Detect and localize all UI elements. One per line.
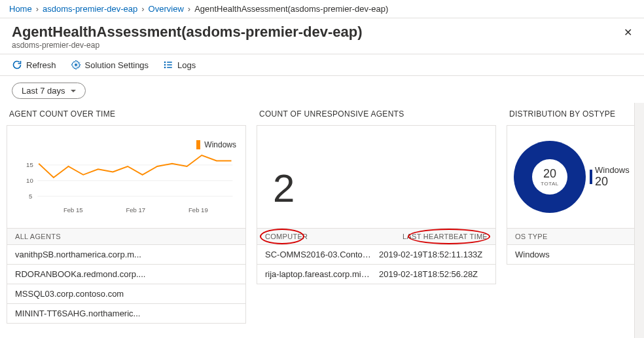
svg-rect-5 [167,64,172,66]
gear-icon [71,60,81,70]
unresponsive-count-value: 2 [264,132,489,208]
command-bar: Refresh Solution Settings Logs [0,54,644,76]
agent-name: MININT-TT6SAHG.northameric... [15,309,238,318]
logs-button[interactable]: Logs [163,60,196,70]
close-button[interactable]: ✕ [624,28,632,38]
distribution-donut-tile[interactable]: 20 TOTAL Windows 20 [507,125,637,229]
svg-point-1 [164,62,166,64]
svg-text:15: 15 [26,161,33,168]
computer-name: SC-OMMS2016-03.Contoso.Lo... [265,250,374,259]
donut-center-label: TOTAL [541,181,559,187]
list-item[interactable]: RDORANBOOKa.redmond.corp.... [7,265,246,284]
chevron-right-icon: › [188,4,190,14]
page-title: AgentHealthAssessment(asdoms-premier-dev… [12,24,632,41]
list-item[interactable]: MSSQL03.corp.contoso.com [7,284,246,304]
svg-text:5: 5 [29,193,32,200]
refresh-label: Refresh [26,60,56,70]
list-item[interactable]: vanithpSB.northamerica.corp.m... [7,245,246,265]
tile-title-agent-count: AGENT COUNT OVER TIME [7,105,246,125]
donut-chart: 20 TOTAL [514,141,586,213]
svg-text:Feb 19: Feb 19 [188,206,208,214]
breadcrumb-overview[interactable]: Overview [149,4,184,14]
legend-swatch-icon [196,140,200,149]
chart-legend: Windows [196,140,236,149]
unresponsive-list-header: COMPUTER LAST HEARTBEAT TIME [257,229,496,245]
breadcrumb-home[interactable]: Home [9,4,32,14]
agent-name: MSSQL03.corp.contoso.com [15,289,238,299]
tile-distribution: DISTRIBUTION BY OSTYPE 20 TOTAL Windows … [507,105,637,324]
svg-point-0 [75,64,77,66]
col-header-last-heartbeat[interactable]: LAST HEARTBEAT TIME [376,233,488,240]
tile-agent-count: AGENT COUNT OVER TIME Windows 5 10 15 [7,105,246,324]
page-subtitle: asdoms-premier-dev-eap [12,41,632,50]
svg-rect-6 [167,67,172,68]
os-type-header-label: OS TYPE [515,233,629,240]
all-agents-header: ALL AGENTS [7,229,246,245]
refresh-button[interactable]: Refresh [12,60,56,70]
all-agents-header-label: ALL AGENTS [15,233,238,240]
svg-point-3 [164,67,166,69]
tile-unresponsive: COUNT OF UNRESPONSIVE AGENTS 2 COMPUTER … [257,105,496,324]
close-icon: ✕ [624,27,632,38]
last-heartbeat-time: 2019-02-19T18:52:11.133Z [379,250,488,259]
last-heartbeat-time: 2019-02-18T18:52:56.28Z [379,269,488,279]
svg-text:Feb 17: Feb 17 [126,206,145,214]
col-header-computer[interactable]: COMPUTER [265,233,376,240]
logs-icon [163,60,173,70]
breadcrumb-current: AgentHealthAssessment(asdoms-premier-dev… [194,4,388,14]
list-item[interactable]: MININT-TT6SAHG.northameric... [7,304,246,324]
computer-name: rija-laptop.fareast.corp.microso... [265,269,374,279]
tile-title-distribution: DISTRIBUTION BY OSTYPE [507,105,637,125]
donut-legend-label: Windows [595,165,630,175]
os-type-header: OS TYPE [507,229,637,245]
agent-name: vanithpSB.northamerica.corp.m... [15,250,238,259]
svg-rect-4 [167,62,172,63]
blade-header: AgentHealthAssessment(asdoms-premier-dev… [0,18,644,54]
filter-row: Last 7 days [0,76,644,105]
list-item[interactable]: rija-laptop.fareast.corp.microso...2019-… [257,265,496,284]
svg-text:10: 10 [26,177,33,184]
refresh-icon [12,60,22,70]
svg-text:Feb 15: Feb 15 [63,206,83,214]
donut-legend: Windows 20 [590,165,630,189]
unresponsive-count-tile[interactable]: 2 [257,125,496,229]
time-range-filter[interactable]: Last 7 days [12,83,86,99]
time-range-label: Last 7 days [22,86,65,96]
tile-title-unresponsive: COUNT OF UNRESPONSIVE AGENTS [257,105,496,125]
list-item[interactable]: Windows [507,245,637,265]
donut-center-value: 20 [543,167,556,181]
solution-settings-button[interactable]: Solution Settings [71,60,149,70]
scrollbar-vertical[interactable] [634,103,644,338]
breadcrumb-workspace[interactable]: asdoms-premier-dev-eap [43,4,137,14]
logs-label: Logs [177,60,196,70]
svg-point-2 [164,64,166,66]
chevron-right-icon: › [141,4,144,14]
legend-bar-icon [590,170,592,184]
chevron-right-icon: › [36,4,39,14]
donut-legend-value: 20 [595,175,630,189]
agent-name: RDORANBOOKa.redmond.corp.... [15,269,238,279]
solution-settings-label: Solution Settings [85,60,149,70]
agent-count-chart[interactable]: Windows 5 10 15 Feb 15 Feb 17 [7,125,246,229]
os-type-value: Windows [515,250,629,259]
breadcrumb: Home › asdoms-premier-dev-eap › Overview… [0,0,644,18]
list-item[interactable]: SC-OMMS2016-03.Contoso.Lo...2019-02-19T1… [257,245,496,265]
legend-series-label: Windows [204,140,236,149]
